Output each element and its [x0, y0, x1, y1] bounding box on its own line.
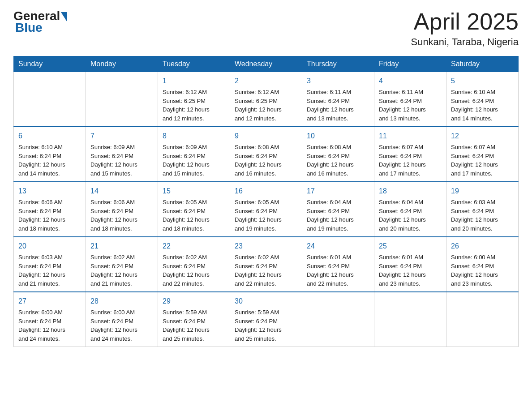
day-info: Sunrise: 6:09 AMSunset: 6:24 PMDaylight:…	[163, 143, 225, 178]
weekday-header-saturday: Saturday	[446, 56, 519, 72]
day-info: Sunrise: 6:10 AMSunset: 6:24 PMDaylight:…	[451, 88, 514, 123]
day-number: 12	[451, 131, 514, 141]
calendar-week-row: 1Sunrise: 6:12 AMSunset: 6:25 PMDaylight…	[14, 72, 519, 127]
calendar-cell: 3Sunrise: 6:11 AMSunset: 6:24 PMDaylight…	[302, 72, 374, 127]
calendar-cell: 8Sunrise: 6:09 AMSunset: 6:24 PMDaylight…	[158, 127, 230, 182]
calendar-cell	[86, 72, 158, 127]
day-info: Sunrise: 6:02 AMSunset: 6:24 PMDaylight:…	[163, 253, 225, 288]
calendar-cell: 7Sunrise: 6:09 AMSunset: 6:24 PMDaylight…	[86, 127, 158, 182]
day-number: 17	[307, 186, 369, 197]
day-number: 30	[235, 296, 297, 307]
calendar-cell: 6Sunrise: 6:10 AMSunset: 6:24 PMDaylight…	[14, 127, 86, 182]
weekday-header-row: SundayMondayTuesdayWednesdayThursdayFrid…	[14, 56, 519, 72]
day-info: Sunrise: 6:12 AMSunset: 6:25 PMDaylight:…	[235, 88, 297, 123]
day-number: 21	[90, 241, 153, 252]
day-info: Sunrise: 5:59 AMSunset: 6:24 PMDaylight:…	[235, 308, 297, 343]
day-number: 5	[451, 76, 514, 86]
weekday-header-monday: Monday	[86, 56, 158, 72]
day-number: 4	[379, 76, 442, 86]
day-info: Sunrise: 6:04 AMSunset: 6:24 PMDaylight:…	[307, 198, 369, 233]
calendar-cell: 21Sunrise: 6:02 AMSunset: 6:24 PMDayligh…	[86, 237, 158, 292]
calendar-cell: 12Sunrise: 6:07 AMSunset: 6:24 PMDayligh…	[446, 127, 519, 182]
day-info: Sunrise: 6:02 AMSunset: 6:24 PMDaylight:…	[235, 253, 297, 288]
day-info: Sunrise: 6:11 AMSunset: 6:24 PMDaylight:…	[379, 88, 442, 123]
day-number: 9	[235, 131, 297, 141]
day-number: 10	[307, 131, 369, 141]
calendar-week-row: 13Sunrise: 6:06 AMSunset: 6:24 PMDayligh…	[14, 182, 519, 237]
month-title: April 2025	[411, 9, 519, 34]
day-number: 24	[307, 241, 369, 252]
calendar-cell	[302, 292, 374, 347]
day-number: 23	[235, 241, 297, 252]
calendar-cell: 19Sunrise: 6:03 AMSunset: 6:24 PMDayligh…	[446, 182, 519, 237]
day-info: Sunrise: 6:10 AMSunset: 6:24 PMDaylight:…	[18, 143, 81, 178]
location-title: Sunkani, Taraba, Nigeria	[411, 36, 519, 48]
day-info: Sunrise: 5:59 AMSunset: 6:24 PMDaylight:…	[163, 308, 225, 343]
day-number: 26	[451, 241, 514, 252]
calendar-cell	[446, 292, 519, 347]
day-info: Sunrise: 6:00 AMSunset: 6:24 PMDaylight:…	[90, 308, 153, 343]
calendar-body: 1Sunrise: 6:12 AMSunset: 6:25 PMDaylight…	[14, 72, 519, 347]
day-number: 22	[163, 241, 225, 252]
day-number: 7	[90, 131, 153, 141]
calendar-cell: 23Sunrise: 6:02 AMSunset: 6:24 PMDayligh…	[230, 237, 302, 292]
day-number: 28	[90, 296, 153, 307]
weekday-header-tuesday: Tuesday	[158, 56, 230, 72]
calendar-cell: 2Sunrise: 6:12 AMSunset: 6:25 PMDaylight…	[230, 72, 302, 127]
weekday-header-friday: Friday	[374, 56, 446, 72]
day-number: 18	[379, 186, 442, 197]
weekday-header-sunday: Sunday	[14, 56, 86, 72]
day-number: 8	[163, 131, 225, 141]
weekday-header-wednesday: Wednesday	[230, 56, 302, 72]
day-number: 15	[163, 186, 225, 197]
calendar-cell	[14, 72, 86, 127]
day-info: Sunrise: 6:02 AMSunset: 6:24 PMDaylight:…	[90, 253, 153, 288]
day-info: Sunrise: 6:01 AMSunset: 6:24 PMDaylight:…	[307, 253, 369, 288]
calendar-cell: 10Sunrise: 6:08 AMSunset: 6:24 PMDayligh…	[302, 127, 374, 182]
calendar-cell: 4Sunrise: 6:11 AMSunset: 6:24 PMDaylight…	[374, 72, 446, 127]
day-number: 25	[379, 241, 442, 252]
day-info: Sunrise: 6:08 AMSunset: 6:24 PMDaylight:…	[307, 143, 369, 178]
calendar-cell: 29Sunrise: 5:59 AMSunset: 6:24 PMDayligh…	[158, 292, 230, 347]
calendar-cell: 15Sunrise: 6:05 AMSunset: 6:24 PMDayligh…	[158, 182, 230, 237]
day-info: Sunrise: 6:03 AMSunset: 6:24 PMDaylight:…	[18, 253, 81, 288]
day-number: 27	[18, 296, 81, 307]
day-number: 1	[163, 76, 225, 86]
day-info: Sunrise: 6:11 AMSunset: 6:24 PMDaylight:…	[307, 88, 369, 123]
calendar-cell	[374, 292, 446, 347]
day-info: Sunrise: 6:01 AMSunset: 6:24 PMDaylight:…	[379, 253, 442, 288]
weekday-header-thursday: Thursday	[302, 56, 374, 72]
day-info: Sunrise: 6:05 AMSunset: 6:24 PMDaylight:…	[163, 198, 225, 233]
calendar-cell: 25Sunrise: 6:01 AMSunset: 6:24 PMDayligh…	[374, 237, 446, 292]
calendar-cell: 1Sunrise: 6:12 AMSunset: 6:25 PMDaylight…	[158, 72, 230, 127]
day-number: 13	[18, 186, 81, 197]
calendar-cell: 9Sunrise: 6:08 AMSunset: 6:24 PMDaylight…	[230, 127, 302, 182]
calendar-cell: 22Sunrise: 6:02 AMSunset: 6:24 PMDayligh…	[158, 237, 230, 292]
calendar-cell: 11Sunrise: 6:07 AMSunset: 6:24 PMDayligh…	[374, 127, 446, 182]
day-info: Sunrise: 6:07 AMSunset: 6:24 PMDaylight:…	[451, 143, 514, 178]
calendar-cell: 17Sunrise: 6:04 AMSunset: 6:24 PMDayligh…	[302, 182, 374, 237]
day-number: 6	[18, 131, 81, 141]
page-header: General Blue April 2025 Sunkani, Taraba,…	[13, 9, 519, 48]
calendar-cell: 28Sunrise: 6:00 AMSunset: 6:24 PMDayligh…	[86, 292, 158, 347]
day-info: Sunrise: 6:00 AMSunset: 6:24 PMDaylight:…	[18, 308, 81, 343]
day-info: Sunrise: 6:03 AMSunset: 6:24 PMDaylight:…	[451, 198, 514, 233]
day-number: 20	[18, 241, 81, 252]
calendar-cell: 20Sunrise: 6:03 AMSunset: 6:24 PMDayligh…	[14, 237, 86, 292]
calendar-week-row: 27Sunrise: 6:00 AMSunset: 6:24 PMDayligh…	[14, 292, 519, 347]
day-info: Sunrise: 6:06 AMSunset: 6:24 PMDaylight:…	[18, 198, 81, 233]
title-section: April 2025 Sunkani, Taraba, Nigeria	[411, 9, 519, 48]
calendar-week-row: 6Sunrise: 6:10 AMSunset: 6:24 PMDaylight…	[14, 127, 519, 182]
calendar-cell: 14Sunrise: 6:06 AMSunset: 6:24 PMDayligh…	[86, 182, 158, 237]
calendar-cell: 24Sunrise: 6:01 AMSunset: 6:24 PMDayligh…	[302, 237, 374, 292]
calendar-header: SundayMondayTuesdayWednesdayThursdayFrid…	[14, 56, 519, 72]
calendar-week-row: 20Sunrise: 6:03 AMSunset: 6:24 PMDayligh…	[14, 237, 519, 292]
day-info: Sunrise: 6:05 AMSunset: 6:24 PMDaylight:…	[235, 198, 297, 233]
logo-arrow-icon	[61, 12, 67, 22]
day-number: 14	[90, 186, 153, 197]
day-number: 3	[307, 76, 369, 86]
calendar-cell: 30Sunrise: 5:59 AMSunset: 6:24 PMDayligh…	[230, 292, 302, 347]
logo: General Blue	[13, 9, 67, 35]
day-number: 19	[451, 186, 514, 197]
day-info: Sunrise: 6:08 AMSunset: 6:24 PMDaylight:…	[235, 143, 297, 178]
